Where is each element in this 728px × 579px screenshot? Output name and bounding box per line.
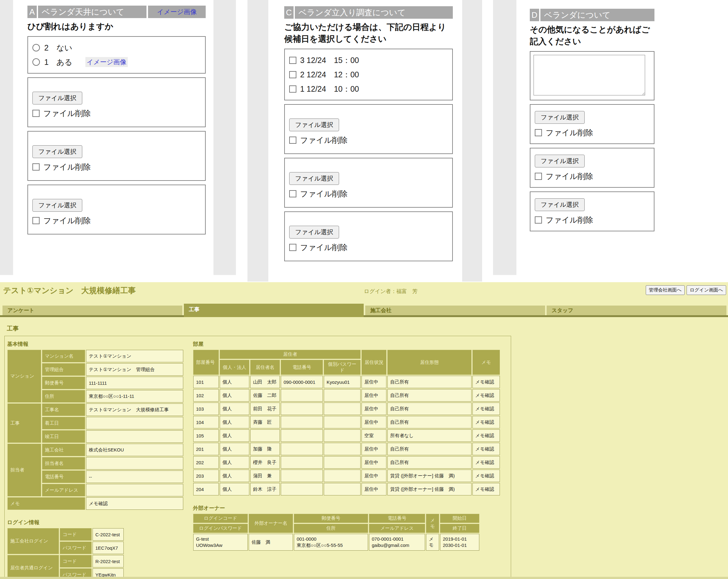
contractor-value: 株式会社SEKOU	[86, 444, 183, 456]
room-number: 102	[193, 389, 219, 402]
room-password	[324, 483, 361, 496]
file-delete-checkbox[interactable]	[32, 217, 40, 224]
tab-contractor[interactable]: 施工会社	[365, 306, 545, 315]
room-type: 個人	[220, 403, 249, 415]
radio-button[interactable]	[32, 58, 40, 66]
login-screen-button[interactable]: ログイン画面へ	[686, 285, 726, 295]
table-row: 203 個人 蒲田 兼 居住中 賃貸 ([外部オーナー] 佐藤 満) メモ確認	[193, 470, 500, 482]
rooms-table: 部屋番号 居住者 居住状況 居住形態 メモ 個人・法人 居住者名 電話番号 個別…	[192, 349, 501, 496]
file-select-button[interactable]: ファイル選択	[32, 92, 82, 104]
date-checkbox[interactable]	[289, 71, 296, 78]
row-label: 担当者名	[42, 457, 85, 470]
row-label: メールアドレス	[42, 484, 85, 496]
radio-option-row: 2 ない	[32, 41, 201, 55]
file-select-button[interactable]: ファイル選択	[535, 111, 584, 124]
row-label: 電話番号	[42, 471, 85, 483]
room-status: 居住中	[362, 403, 386, 415]
memo-confirm-link[interactable]: メモ確認	[86, 497, 183, 510]
radio-button[interactable]	[32, 44, 40, 51]
file-delete-checkbox[interactable]	[535, 217, 542, 224]
room-phone	[281, 416, 323, 428]
owner-memo-link[interactable]: メモ	[426, 534, 439, 551]
file-select-button[interactable]: ファイル選択	[32, 199, 82, 212]
file-delete-checkbox[interactable]	[289, 244, 296, 251]
room-memo-link[interactable]: メモ確認	[472, 456, 500, 469]
tab-survey[interactable]: アンケート	[2, 306, 182, 315]
room-password	[324, 443, 361, 455]
file-select-button[interactable]: ファイル選択	[535, 198, 584, 211]
file-select-button[interactable]: ファイル選択	[289, 119, 339, 131]
file-delete-checkbox[interactable]	[535, 173, 542, 180]
file-select-button[interactable]: ファイル選択	[289, 172, 339, 185]
table-row: 101 個人 山田 太郎 090-0000-0001 Kyozyuu01 居住中…	[193, 376, 500, 388]
checkbox-option-row: 2 12/24 12：00	[289, 67, 448, 82]
room-memo-link[interactable]: メモ確認	[472, 443, 500, 455]
room-type: 個人	[220, 389, 249, 402]
management-screen-button[interactable]: 管理会社画面へ	[646, 285, 685, 295]
room-memo-link[interactable]: メモ確認	[472, 389, 500, 402]
room-type: 個人	[220, 376, 249, 388]
image-link[interactable]: イメージ画像	[157, 7, 197, 16]
room-memo-link[interactable]: メモ確認	[472, 429, 500, 442]
file-delete-checkbox[interactable]	[289, 190, 296, 197]
room-status: 空室	[362, 429, 386, 442]
other-comments-textarea[interactable]	[534, 55, 645, 95]
col-header-login-code: ログインコード	[193, 514, 248, 523]
room-phone: 090-0000-0001	[281, 376, 323, 388]
date-checkbox[interactable]	[289, 57, 296, 64]
code-label: コード	[60, 555, 92, 568]
room-password	[324, 389, 361, 402]
col-header-email: メールアドレス	[369, 524, 425, 533]
room-type: 個人	[220, 456, 249, 469]
owner-address-cell: 001-0000 東京都○○区○○5-55-55	[294, 534, 368, 551]
room-status: 居住中	[362, 456, 386, 469]
room-resident-name: 櫻井 良子	[250, 456, 280, 469]
room-memo-link[interactable]: メモ確認	[472, 416, 500, 428]
panel-c: C ベランダ立入り調査について ご協力いただける場合は、下記の日程より候補日を選…	[268, 0, 462, 265]
room-number: 103	[193, 403, 219, 415]
tab-construction[interactable]: 工事	[184, 304, 364, 317]
file-delete-checkbox[interactable]	[32, 110, 40, 117]
panel-c-letter: C	[284, 6, 293, 19]
panel-a-letter: A	[27, 6, 37, 18]
content-container: 基本情報 マンション マンション名 テスト①マンション 管理組合 テスト①マンシ…	[4, 336, 511, 579]
room-memo-link[interactable]: メモ確認	[472, 403, 500, 415]
col-header-end: 終了日	[440, 524, 479, 533]
checkbox-label: 2 12/24 12：00	[300, 70, 359, 80]
room-status: 居住中	[362, 443, 386, 455]
basic-info-heading: 基本情報	[7, 341, 188, 348]
radio-label: 1 ある	[44, 57, 72, 67]
room-password	[324, 403, 361, 415]
room-memo-link[interactable]: メモ確認	[472, 483, 500, 496]
room-ownership: 自己所有	[387, 376, 471, 388]
table-row: 202 個人 櫻井 良子 居住中 自己所有 メモ確認	[193, 456, 500, 469]
file-upload-box: ファイル選択 ファイル削除	[284, 211, 453, 261]
file-select-button[interactable]: ファイル選択	[32, 145, 82, 158]
file-select-button[interactable]: ファイル選択	[535, 155, 584, 168]
room-status: 居住中	[362, 470, 386, 482]
room-password: Kyozyuu01	[324, 376, 361, 388]
owner-start-date: 2019-01-01	[443, 536, 476, 542]
owner-period-cell: 2019-01-01 2030-01-01	[440, 534, 479, 551]
room-status: 居住中	[362, 389, 386, 402]
panel-a-options-box: 2 ない 1 ある イメージ画像	[27, 36, 206, 74]
date-checkbox[interactable]	[289, 85, 296, 93]
room-memo-link[interactable]: メモ確認	[472, 376, 500, 388]
admin-section: テスト①マンション 大規模修繕工事 ログイン者：福富 芳 管理会社画面へ ログイ…	[0, 282, 728, 579]
room-number: 201	[193, 443, 219, 455]
panel-c-options-box: 3 12/24 15：00 2 12/24 12：00 1 12/24 10：0…	[284, 49, 453, 100]
file-delete-checkbox[interactable]	[535, 129, 542, 136]
room-phone	[281, 403, 323, 415]
login-user-label: ログイン者：福富 芳	[364, 288, 418, 295]
col-header-name: 居住者名	[250, 360, 280, 375]
mansion-name-value: テスト①マンション	[86, 350, 183, 362]
file-select-button[interactable]: ファイル選択	[289, 226, 339, 238]
panel-a-title: ベランダ天井について	[38, 6, 147, 18]
panel-a-image-link-box: イメージ画像	[148, 6, 206, 18]
tab-staff[interactable]: スタッフ	[547, 306, 726, 315]
file-delete-checkbox[interactable]	[32, 163, 40, 171]
file-delete-checkbox[interactable]	[289, 136, 296, 144]
col-header-resident-group: 居住者	[220, 350, 361, 359]
room-memo-link[interactable]: メモ確認	[472, 470, 500, 482]
image-link[interactable]: イメージ画像	[85, 57, 127, 67]
